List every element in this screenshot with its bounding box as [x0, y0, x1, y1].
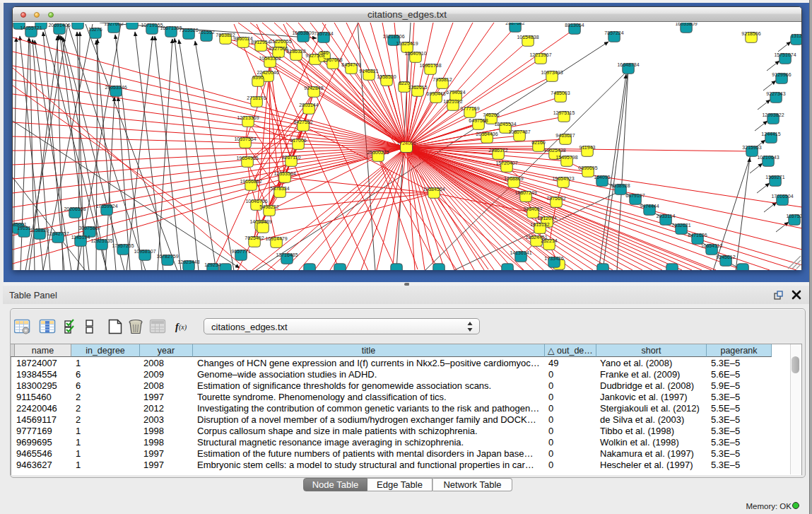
svg-text:9777169: 9777169 [460, 106, 479, 111]
svg-text:10154838: 10154838 [517, 35, 539, 40]
svg-text:7975692: 7975692 [546, 196, 565, 201]
svg-text:13325419: 13325419 [396, 41, 418, 46]
svg-text:8912954: 8912954 [251, 40, 270, 45]
svg-text:9657771: 9657771 [231, 249, 250, 254]
svg-text:19218506: 19218506 [382, 34, 404, 39]
svg-text:1621022: 1621022 [443, 99, 462, 104]
svg-text:7955812: 7955812 [433, 77, 452, 82]
svg-text:20206558: 20206558 [64, 206, 86, 211]
svg-text:1362615: 1362615 [408, 85, 427, 90]
svg-text:19151: 19151 [17, 226, 31, 230]
svg-text:8427552: 8427552 [293, 119, 312, 124]
svg-text:8186328: 8186328 [286, 49, 305, 54]
svg-text:12093822: 12093822 [762, 112, 784, 117]
svg-text:1724006: 1724006 [396, 141, 416, 146]
svg-text:1733426: 1733426 [544, 256, 563, 261]
svg-text:10973493: 10973493 [541, 70, 563, 75]
svg-text:13716485: 13716485 [276, 252, 298, 257]
svg-text:13640910: 13640910 [404, 51, 426, 56]
svg-text:14136141: 14136141 [510, 250, 531, 255]
svg-text:917006: 917006 [290, 138, 306, 143]
svg-text:751552: 751552 [198, 30, 214, 35]
svg-text:9129966: 9129966 [772, 72, 791, 77]
svg-text:1244415: 1244415 [761, 132, 780, 136]
svg-text:6879197: 6879197 [625, 193, 645, 198]
svg-text:17016504: 17016504 [771, 194, 793, 199]
svg-text:7515526: 7515526 [179, 28, 198, 33]
svg-text:7857234: 7857234 [314, 31, 333, 36]
svg-text:16053809: 16053809 [292, 30, 314, 35]
svg-text:10046766: 10046766 [245, 199, 267, 204]
svg-text:18807249: 18807249 [514, 190, 536, 195]
svg-text:15276: 15276 [88, 27, 102, 32]
svg-text:30975867: 30975867 [78, 226, 100, 230]
svg-text:15495798: 15495798 [555, 155, 577, 160]
svg-text:7625402: 7625402 [245, 235, 264, 240]
svg-text:0899695: 0899695 [578, 165, 597, 170]
svg-text:3984067: 3984067 [523, 206, 542, 211]
svg-text:15751074: 15751074 [774, 52, 796, 57]
svg-text:2967608: 2967608 [323, 57, 342, 62]
svg-text:8267110: 8267110 [282, 155, 301, 160]
svg-text:20691406: 20691406 [48, 23, 70, 28]
svg-text:7663822: 7663822 [216, 33, 235, 37]
svg-text:2887682: 2887682 [505, 23, 524, 25]
svg-text:2933114: 2933114 [657, 214, 676, 218]
svg-text:14055721: 14055721 [20, 25, 42, 30]
svg-text:12213967: 12213967 [529, 52, 551, 57]
svg-text:9474444: 9474444 [640, 204, 659, 209]
svg-text:16782759: 16782759 [156, 254, 178, 259]
svg-text:25300275: 25300275 [367, 150, 389, 155]
svg-text:1558520: 1558520 [377, 74, 396, 79]
svg-text:9146821: 9146821 [359, 69, 378, 74]
svg-text:10107554: 10107554 [234, 136, 256, 141]
svg-text:116753: 116753 [787, 214, 801, 218]
svg-text:15720407: 15720407 [495, 160, 517, 165]
svg-text:10654112: 10654112 [701, 243, 723, 248]
svg-text:2718176: 2718176 [247, 95, 266, 100]
svg-text:10025438: 10025438 [543, 148, 565, 153]
svg-text:12213369: 12213369 [237, 115, 259, 120]
svg-text:29053346: 29053346 [105, 85, 126, 90]
svg-text:(x): (x) [179, 323, 187, 332]
svg-text:16961758: 16961758 [419, 63, 441, 68]
svg-text:9218506: 9218506 [741, 31, 760, 36]
svg-text:20364436: 20364436 [476, 132, 498, 136]
svg-text:1527602: 1527602 [104, 23, 123, 26]
svg-text:10543362: 10543362 [259, 56, 281, 61]
svg-text:1068869: 1068869 [504, 176, 523, 181]
svg-text:2803144: 2803144 [299, 103, 318, 107]
svg-text:164095: 164095 [594, 175, 610, 180]
svg-text:8471626: 8471626 [688, 233, 707, 238]
svg-text:5938928: 5938928 [611, 183, 630, 188]
svg-text:19654923: 19654923 [552, 176, 574, 181]
svg-text:19384554: 19384554 [423, 187, 445, 192]
svg-text:6497568: 6497568 [469, 118, 488, 123]
svg-text:9245612: 9245612 [716, 255, 735, 259]
svg-text:15226055: 15226055 [269, 39, 291, 44]
svg-text:8454749: 8454749 [341, 62, 360, 67]
svg-text:10807487: 10807487 [508, 129, 530, 134]
svg-text:16033809: 16033809 [675, 23, 697, 26]
svg-text:6990448: 6990448 [426, 91, 445, 96]
svg-text:9390: 9390 [252, 75, 264, 80]
svg-text:12342757: 12342757 [47, 231, 69, 236]
svg-text:3215953: 3215953 [742, 145, 761, 150]
svg-text:14099489: 14099489 [249, 219, 271, 224]
svg-text:129234: 129234 [204, 262, 220, 267]
svg-text:19654995: 19654995 [236, 156, 258, 160]
svg-text:9327506: 9327506 [269, 46, 288, 51]
svg-text:12975115: 12975115 [553, 110, 575, 115]
svg-text:1615132: 1615132 [530, 222, 549, 227]
svg-text:1569271: 1569271 [765, 175, 784, 180]
svg-text:10210643: 10210643 [757, 155, 779, 160]
svg-text:7857224: 7857224 [604, 30, 623, 35]
svg-text:911943: 911943 [579, 145, 596, 150]
svg-text:9463627: 9463627 [555, 133, 575, 138]
svg-text:1145194: 1145194 [71, 235, 90, 240]
svg-text:1312: 1312 [791, 33, 801, 38]
svg-text:1912074: 1912074 [537, 216, 556, 221]
svg-text:12923448: 12923448 [177, 259, 199, 264]
svg-text:10958107: 10958107 [134, 249, 155, 254]
svg-text:252214: 252214 [541, 238, 557, 243]
